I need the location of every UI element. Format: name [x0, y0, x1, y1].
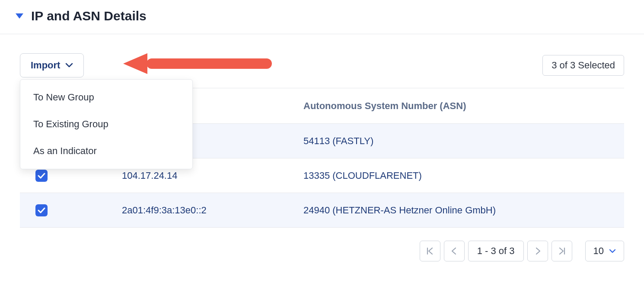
import-dropdown: To New Group To Existing Group As an Ind… [20, 79, 193, 169]
header-asn: Autonomous System Number (ASN) [288, 100, 624, 112]
import-button-label: Import [31, 60, 60, 71]
svg-marker-0 [16, 13, 23, 19]
dropdown-item-existing-group[interactable]: To Existing Group [20, 111, 192, 138]
dropdown-item-new-group[interactable]: To New Group [20, 84, 192, 111]
page-next-button[interactable] [527, 241, 548, 261]
dropdown-item-as-indicator[interactable]: As an Indicator [20, 138, 192, 164]
page-range-label: 1 - 3 of 3 [468, 241, 524, 261]
page-size-select[interactable]: 10 [585, 241, 624, 261]
cell-asn: 24940 (HETZNER-AS Hetzner Online GmbH) [288, 205, 624, 216]
page-size-value: 10 [593, 245, 604, 257]
page-last-button[interactable] [552, 241, 572, 261]
row-checkbox[interactable] [35, 204, 48, 216]
row-checkbox[interactable] [35, 170, 48, 182]
chevron-down-icon [65, 63, 73, 68]
table-row: 2a01:4f9:3a:13e0::2 24940 (HETZNER-AS He… [20, 193, 624, 228]
cell-asn: 13335 (CLOUDFLARENET) [288, 170, 624, 181]
page-prev-button[interactable] [444, 241, 465, 261]
cell-ip: 2a01:4f9:3a:13e0::2 [106, 205, 288, 216]
import-button[interactable]: Import [20, 53, 84, 77]
section-title: IP and ASN Details [31, 9, 147, 23]
cell-ip: 104.17.24.14 [106, 170, 288, 181]
chevron-down-icon [609, 249, 616, 253]
pagination: 1 - 3 of 3 10 [20, 228, 624, 274]
selection-count-badge: 3 of 3 Selected [542, 55, 624, 76]
collapse-caret-icon[interactable] [16, 13, 23, 19]
page-first-button[interactable] [420, 241, 440, 261]
cell-asn: 54113 (FASTLY) [288, 135, 624, 147]
